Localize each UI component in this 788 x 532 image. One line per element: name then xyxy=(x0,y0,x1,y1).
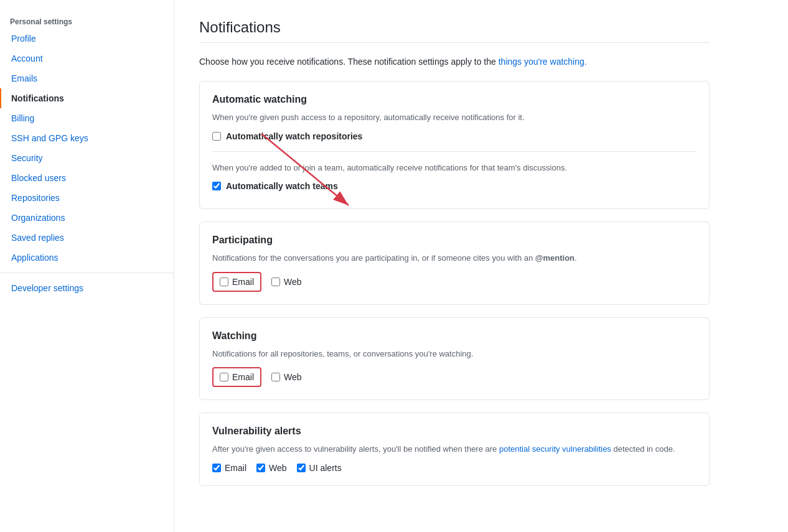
main-content-wrapper: Notifications Choose how you receive not… xyxy=(174,0,788,532)
automatic-watching-content: Automatic watching When you're given pus… xyxy=(200,82,709,208)
participating-email-checkbox[interactable] xyxy=(220,278,228,286)
vuln-email-item: Email xyxy=(212,463,246,473)
mention-text: @mention xyxy=(535,253,575,263)
watching-web-item: Web xyxy=(271,372,302,382)
automatic-watching-section: Automatic watching When you're given pus… xyxy=(199,81,710,209)
vulnerability-alerts-content: Vulnerability alerts After you're given … xyxy=(200,413,709,485)
page-title: Notifications xyxy=(199,19,710,36)
team-description: When you're added to or join a team, aut… xyxy=(212,162,697,174)
auto-watch-teams-label[interactable]: Automatically watch teams xyxy=(226,181,338,191)
sidebar-item-repositories[interactable]: Repositories xyxy=(0,188,174,208)
watching-link[interactable]: things you're watching. xyxy=(499,57,587,67)
vuln-ui-checkbox[interactable] xyxy=(297,464,306,472)
participating-content: Participating Notifications for the conv… xyxy=(200,222,709,304)
watching-content: Watching Notifications for all repositor… xyxy=(200,318,709,400)
auto-watch-repos-checkbox[interactable] xyxy=(212,132,221,141)
watching-web-label[interactable]: Web xyxy=(284,372,302,382)
auto-watch-teams-row: Automatically watch teams xyxy=(212,181,697,191)
auto-watching-inner-divider xyxy=(212,151,697,152)
vuln-desc-prefix: After you're given access to vulnerabili… xyxy=(212,444,499,454)
watching-section: Watching Notifications for all repositor… xyxy=(199,317,710,401)
participating-web-checkbox[interactable] xyxy=(271,278,280,286)
repo-description: When you're given push access to a repos… xyxy=(212,111,697,124)
sidebar-item-blocked-users[interactable]: Blocked users xyxy=(0,168,174,188)
sidebar: Personal settings Profile Account Emails… xyxy=(0,0,174,532)
sidebar-item-profile[interactable]: Profile xyxy=(0,29,174,49)
sidebar-item-account[interactable]: Account xyxy=(0,49,174,68)
watching-email-checkbox[interactable] xyxy=(220,373,228,381)
personal-settings-label: Personal settings xyxy=(0,12,174,29)
main-panel: Notifications Choose how you receive not… xyxy=(174,0,734,532)
watching-web-checkbox[interactable] xyxy=(271,373,280,381)
sidebar-item-emails[interactable]: Emails xyxy=(0,68,174,88)
sidebar-item-applications[interactable]: Applications xyxy=(0,248,174,268)
watching-email-highlighted: Email xyxy=(212,367,261,387)
vuln-email-checkbox[interactable] xyxy=(212,464,221,472)
vuln-link[interactable]: potential security vulnerabilities xyxy=(499,444,611,454)
sidebar-item-notifications[interactable]: Notifications xyxy=(0,88,174,108)
sidebar-item-security[interactable]: Security xyxy=(0,148,174,168)
sidebar-item-organizations[interactable]: Organizations xyxy=(0,208,174,228)
sidebar-item-billing[interactable]: Billing xyxy=(0,108,174,128)
page-description: Choose how you receive notifications. Th… xyxy=(199,55,710,68)
auto-watch-repos-label[interactable]: Automatically watch repositories xyxy=(226,131,362,141)
watching-description: Notifications for all repositories, team… xyxy=(212,348,697,360)
page-divider xyxy=(199,42,710,43)
vulnerability-checkbox-group: Email Web UI alerts xyxy=(212,463,697,473)
participating-title: Participating xyxy=(212,235,697,246)
auto-watch-repos-row: Automatically watch repositories xyxy=(212,131,697,141)
vuln-ui-item: UI alerts xyxy=(297,463,342,473)
sidebar-item-ssh-gpg-keys[interactable]: SSH and GPG keys xyxy=(0,128,174,148)
participating-web-item: Web xyxy=(271,277,302,287)
vuln-web-item: Web xyxy=(256,463,287,473)
auto-watch-teams-checkbox[interactable] xyxy=(212,182,221,190)
automatic-watching-title: Automatic watching xyxy=(212,94,697,105)
participating-email-label[interactable]: Email xyxy=(232,277,254,287)
vuln-ui-label[interactable]: UI alerts xyxy=(309,463,342,473)
participating-email-highlighted: Email xyxy=(212,272,261,292)
watching-checkbox-group: Email Web xyxy=(212,367,697,387)
sidebar-item-developer-settings[interactable]: Developer settings xyxy=(0,278,174,298)
page-description-prefix: Choose how you receive notifications. Th… xyxy=(199,57,499,67)
vuln-desc-suffix: detected in code. xyxy=(611,444,675,454)
vulnerability-alerts-title: Vulnerability alerts xyxy=(212,426,697,437)
vuln-web-label[interactable]: Web xyxy=(269,463,287,473)
vulnerability-alerts-description: After you're given access to vulnerabili… xyxy=(212,443,697,455)
vuln-email-label[interactable]: Email xyxy=(225,463,246,473)
participating-web-label[interactable]: Web xyxy=(284,277,302,287)
sidebar-item-saved-replies[interactable]: Saved replies xyxy=(0,228,174,248)
participating-checkbox-group: Email Web xyxy=(212,272,697,292)
vuln-web-checkbox[interactable] xyxy=(256,464,265,472)
participating-section: Participating Notifications for the conv… xyxy=(199,222,710,305)
participating-description: Notifications for the conversations you … xyxy=(212,252,697,264)
watching-title: Watching xyxy=(212,330,697,342)
watching-email-label[interactable]: Email xyxy=(232,372,254,382)
vulnerability-alerts-section: Vulnerability alerts After you're given … xyxy=(199,413,710,486)
sidebar-divider xyxy=(0,273,174,273)
